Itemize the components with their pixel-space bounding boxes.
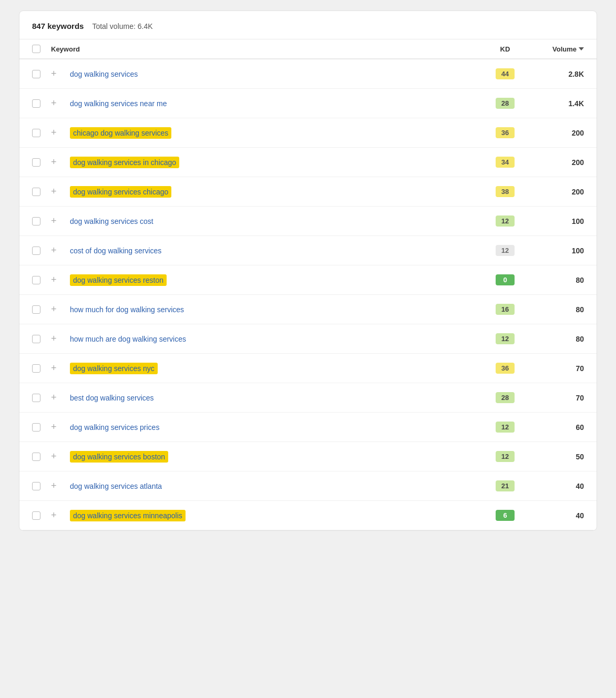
- kd-cell: 0: [484, 274, 526, 285]
- row-checkbox[interactable]: [32, 482, 40, 490]
- row-checkbox[interactable]: [32, 247, 40, 255]
- row-checkbox-col: [32, 217, 51, 225]
- volume-cell: 80: [526, 276, 584, 284]
- volume-cell: 200: [526, 188, 584, 196]
- add-keyword-button[interactable]: +: [51, 422, 66, 433]
- row-checkbox-col: [32, 482, 51, 490]
- row-checkbox[interactable]: [32, 511, 40, 520]
- volume-cell: 200: [526, 158, 584, 167]
- table-row: + how much are dog walking services 12 8…: [19, 324, 597, 354]
- kd-badge: 36: [496, 127, 515, 138]
- keyword-link[interactable]: dog walking services reston: [70, 274, 167, 286]
- kd-badge: 12: [496, 333, 515, 344]
- kd-badge: 12: [496, 215, 515, 227]
- add-keyword-button[interactable]: +: [51, 304, 66, 315]
- kd-cell: 12: [484, 245, 526, 256]
- keyword-link[interactable]: dog walking services near me: [70, 99, 167, 108]
- row-checkbox[interactable]: [32, 276, 40, 284]
- row-checkbox[interactable]: [32, 158, 40, 167]
- add-keyword-button[interactable]: +: [51, 186, 66, 197]
- keywords-table-container: 847 keywords Total volume: 6.4K Keyword …: [19, 11, 597, 531]
- table-row: + dog walking services nyc 36 70: [19, 354, 597, 383]
- keyword-link[interactable]: dog walking services atlanta: [70, 482, 162, 490]
- row-checkbox-col: [32, 188, 51, 196]
- keyword-link[interactable]: chicago dog walking services: [70, 127, 171, 139]
- volume-cell: 100: [526, 217, 584, 225]
- add-keyword-button[interactable]: +: [51, 392, 66, 403]
- table-row: + dog walking services prices 12 60: [19, 413, 597, 442]
- add-keyword-button[interactable]: +: [51, 333, 66, 344]
- row-checkbox-col: [32, 305, 51, 314]
- volume-cell: 100: [526, 247, 584, 255]
- row-checkbox-col: [32, 99, 51, 108]
- volume-cell: 200: [526, 129, 584, 137]
- add-keyword-button[interactable]: +: [51, 510, 66, 521]
- add-keyword-button[interactable]: +: [51, 98, 66, 109]
- row-checkbox-col: [32, 276, 51, 284]
- keyword-cell: dog walking services in chicago: [70, 157, 484, 168]
- select-all-checkbox[interactable]: [32, 45, 40, 53]
- add-keyword-button[interactable]: +: [51, 215, 66, 227]
- keyword-cell: dog walking services near me: [70, 99, 484, 108]
- add-keyword-button[interactable]: +: [51, 363, 66, 374]
- add-keyword-button[interactable]: +: [51, 480, 66, 491]
- keyword-cell: dog walking services reston: [70, 274, 484, 286]
- table-row: + dog walking services chicago 38 200: [19, 177, 597, 207]
- table-row: + dog walking services minneapolis 6 40: [19, 501, 597, 530]
- volume-cell: 80: [526, 305, 584, 314]
- keyword-link[interactable]: best dog walking services: [70, 394, 154, 402]
- kd-badge: 34: [496, 157, 515, 168]
- keyword-link[interactable]: dog walking services boston: [70, 451, 168, 463]
- kd-cell: 38: [484, 186, 526, 197]
- keyword-link[interactable]: dog walking services in chicago: [70, 157, 179, 168]
- add-keyword-button[interactable]: +: [51, 245, 66, 256]
- add-keyword-button[interactable]: +: [51, 157, 66, 168]
- table-row: + dog walking services atlanta 21 40: [19, 471, 597, 501]
- row-checkbox[interactable]: [32, 70, 40, 78]
- keyword-link[interactable]: cost of dog walking services: [70, 247, 161, 255]
- volume-cell: 1.4K: [526, 99, 584, 108]
- row-checkbox[interactable]: [32, 394, 40, 402]
- row-checkbox[interactable]: [32, 188, 40, 196]
- volume-cell: 80: [526, 335, 584, 343]
- volume-cell: 50: [526, 453, 584, 461]
- add-keyword-button[interactable]: +: [51, 127, 66, 138]
- keyword-link[interactable]: how much for dog walking services: [70, 305, 184, 314]
- keyword-cell: dog walking services atlanta: [70, 482, 484, 490]
- row-checkbox[interactable]: [32, 99, 40, 108]
- kd-cell: 12: [484, 215, 526, 227]
- volume-cell: 70: [526, 394, 584, 402]
- keyword-link[interactable]: dog walking services nyc: [70, 363, 158, 374]
- keyword-cell: how much are dog walking services: [70, 335, 484, 343]
- row-checkbox[interactable]: [32, 217, 40, 225]
- row-checkbox[interactable]: [32, 305, 40, 314]
- row-checkbox[interactable]: [32, 364, 40, 373]
- table-row: + how much for dog walking services 16 8…: [19, 295, 597, 324]
- keyword-link[interactable]: dog walking services minneapolis: [70, 510, 186, 521]
- row-checkbox-col: [32, 158, 51, 167]
- row-checkbox[interactable]: [32, 335, 40, 343]
- kd-cell: 36: [484, 127, 526, 138]
- header-volume[interactable]: Volume: [526, 45, 584, 53]
- kd-cell: 16: [484, 304, 526, 315]
- row-checkbox[interactable]: [32, 129, 40, 137]
- kd-badge: 28: [496, 392, 515, 403]
- add-keyword-button[interactable]: +: [51, 274, 66, 285]
- kd-cell: 12: [484, 333, 526, 344]
- keyword-link[interactable]: dog walking services prices: [70, 423, 159, 432]
- keyword-cell: how much for dog walking services: [70, 305, 484, 314]
- row-checkbox[interactable]: [32, 453, 40, 461]
- keyword-link[interactable]: how much are dog walking services: [70, 335, 186, 343]
- header-kd: KD: [484, 45, 526, 53]
- add-keyword-button[interactable]: +: [51, 68, 66, 79]
- keyword-link[interactable]: dog walking services chicago: [70, 186, 171, 198]
- keyword-cell: cost of dog walking services: [70, 247, 484, 255]
- keyword-link[interactable]: dog walking services cost: [70, 217, 153, 225]
- kd-badge: 12: [496, 245, 515, 256]
- table-row: + cost of dog walking services 12 100: [19, 236, 597, 265]
- row-checkbox[interactable]: [32, 423, 40, 432]
- kd-badge: 28: [496, 98, 515, 109]
- add-keyword-button[interactable]: +: [51, 451, 66, 462]
- kd-badge: 16: [496, 304, 515, 315]
- keyword-link[interactable]: dog walking services: [70, 70, 138, 78]
